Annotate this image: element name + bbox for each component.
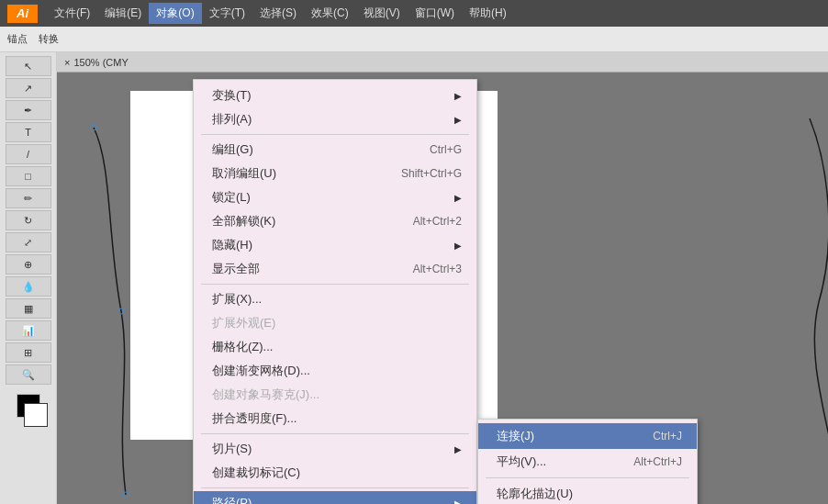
- menu-edit[interactable]: 编辑(E): [97, 3, 149, 24]
- tool-select[interactable]: ↖: [6, 56, 51, 76]
- menu-gradient-mesh[interactable]: 创建渐变网格(D)...: [194, 359, 476, 383]
- menu-create-slice[interactable]: 创建裁切标记(C): [194, 461, 476, 485]
- object-menu-dropdown[interactable]: 变换(T) ▶ 排列(A) ▶ 编组(G) Ctrl+G 取消编组(U) Shi…: [193, 79, 477, 504]
- canvas-close-icon[interactable]: ×: [64, 57, 70, 68]
- toolbar: 锚点 转换: [0, 27, 828, 52]
- tool-gradient[interactable]: ▦: [6, 298, 51, 319]
- tool-scale[interactable]: ⤢: [6, 232, 51, 252]
- menu-path[interactable]: 路径(P) ▶: [194, 491, 476, 504]
- menu-effect[interactable]: 效果(C): [304, 3, 356, 24]
- menu-select[interactable]: 选择(S): [252, 3, 304, 24]
- color-stroke[interactable]: [24, 403, 48, 427]
- canvas-tab-label: 150% (CMY: [73, 57, 128, 68]
- app-logo: Ai: [7, 5, 38, 23]
- menu-rasterize[interactable]: 栅格化(Z)...: [194, 335, 476, 359]
- menu-object-mosaic[interactable]: 创建对象马赛克(J)...: [194, 383, 476, 407]
- menu-show-all[interactable]: 显示全部 Alt+Ctrl+3: [194, 257, 476, 281]
- submenu-join[interactable]: 连接(J) Ctrl+J: [478, 423, 697, 449]
- tool-graph[interactable]: 📊: [6, 320, 51, 341]
- menu-help[interactable]: 帮助(H): [462, 3, 514, 24]
- menu-unlock-all[interactable]: 全部解锁(K) Alt+Ctrl+2: [194, 209, 476, 233]
- submenu-sep1: [486, 477, 689, 478]
- menu-bar: 文件(F) 编辑(E) 对象(O) 文字(T) 选择(S) 效果(C) 视图(V…: [47, 3, 514, 24]
- canvas-area: × 150% (CMY 变换(T): [57, 52, 828, 504]
- path-submenu[interactable]: 连接(J) Ctrl+J 平均(V)... Alt+Ctrl+J 轮廓化描边(U…: [477, 419, 698, 504]
- tool-line[interactable]: /: [6, 144, 51, 164]
- tool-zoom[interactable]: 🔍: [6, 364, 51, 385]
- tool-rotate[interactable]: ↻: [6, 210, 51, 230]
- canvas-tab: × 150% (CMY: [57, 52, 828, 73]
- menu-type[interactable]: 文字(T): [202, 3, 252, 24]
- tool-type[interactable]: T: [6, 122, 51, 142]
- menu-file[interactable]: 文件(F): [47, 3, 97, 24]
- tool-pen[interactable]: ✒: [6, 100, 51, 120]
- tool-brush[interactable]: ✏: [6, 188, 51, 208]
- tool-blend[interactable]: ⊕: [6, 254, 51, 274]
- toolbar-anchor-label: 锚点: [4, 30, 31, 48]
- menu-arrange[interactable]: 排列(A) ▶: [194, 107, 476, 131]
- title-bar: Ai 文件(F) 编辑(E) 对象(O) 文字(T) 选择(S) 效果(C) 视…: [0, 0, 828, 27]
- sep3: [201, 433, 469, 434]
- menu-window[interactable]: 窗口(W): [408, 3, 462, 24]
- menu-lock[interactable]: 锁定(L) ▶: [194, 185, 476, 209]
- sep1: [201, 134, 469, 135]
- toolbar-transform-label: 转换: [35, 30, 62, 48]
- submenu-average[interactable]: 平均(V)... Alt+Ctrl+J: [478, 449, 697, 475]
- menu-ungroup[interactable]: 取消编组(U) Shift+Ctrl+G: [194, 162, 476, 185]
- submenu-outline-stroke[interactable]: 轮廓化描边(U): [478, 481, 697, 504]
- menu-slice[interactable]: 切片(S) ▶: [194, 437, 476, 461]
- sep2: [201, 284, 469, 285]
- menu-expand-appearance[interactable]: 扩展外观(E): [194, 311, 476, 335]
- tool-direct-select[interactable]: ↗: [6, 78, 51, 98]
- tools-panel: ↖ ↗ ✒ T / □ ✏ ↻ ⤢ ⊕ 💧 ▦ 📊 ⊞ 🔍: [0, 52, 57, 504]
- menu-object[interactable]: 对象(O): [149, 3, 201, 24]
- menu-expand[interactable]: 扩展(X)...: [194, 287, 476, 311]
- tool-rect[interactable]: □: [6, 166, 51, 186]
- tool-eyedropper[interactable]: 💧: [6, 276, 51, 297]
- menu-group[interactable]: 编组(G) Ctrl+G: [194, 138, 476, 162]
- menu-transform[interactable]: 变换(T) ▶: [194, 84, 476, 107]
- menu-flatten[interactable]: 拼合透明度(F)...: [194, 407, 476, 431]
- main-area: ↖ ↗ ✒ T / □ ✏ ↻ ⤢ ⊕ 💧 ▦ 📊 ⊞ 🔍 × 150% (CM…: [0, 52, 828, 504]
- menu-hide[interactable]: 隐藏(H) ▶: [194, 233, 476, 257]
- tool-artboard[interactable]: ⊞: [6, 342, 51, 363]
- sep4: [201, 487, 469, 488]
- menu-view[interactable]: 视图(V): [356, 3, 408, 24]
